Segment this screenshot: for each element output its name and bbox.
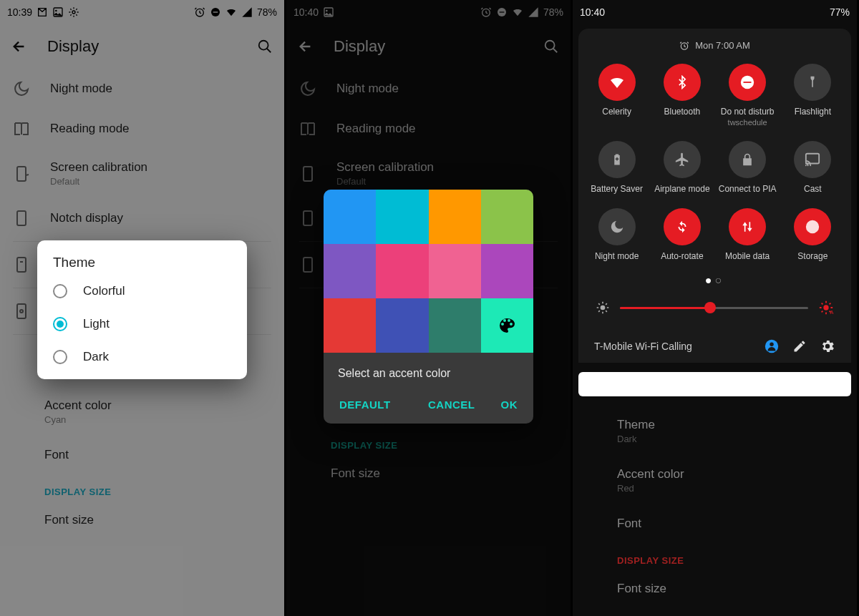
accent-color-dialog: Select an accent color DEFAULT CANCEL OK xyxy=(324,190,533,424)
screenshot-1-light-theme-dialog: 10:39 78% Display Night mode xyxy=(0,0,284,616)
battery-icon xyxy=(598,141,636,178)
tile-vpn[interactable]: Connect to PIA xyxy=(715,141,780,194)
tile-battery-saver[interactable]: Battery Saver xyxy=(584,141,649,194)
swatch-indigo[interactable] xyxy=(376,298,428,353)
brightness-track[interactable] xyxy=(620,307,808,309)
section-display-size: DISPLAY SIZE xyxy=(573,542,857,570)
airplane-icon xyxy=(664,141,701,178)
svg-text:A: A xyxy=(830,309,834,316)
flashlight-icon xyxy=(794,64,831,101)
theme-option-colorful[interactable]: Colorful xyxy=(37,275,247,308)
row-theme: ThemeDark xyxy=(573,406,857,456)
storage-icon xyxy=(794,208,831,245)
tile-night-mode[interactable]: Night mode xyxy=(584,208,649,261)
swatch-green[interactable] xyxy=(481,190,533,244)
swatch-blue[interactable] xyxy=(324,190,376,244)
tile-storage[interactable]: Storage xyxy=(780,208,845,261)
screenshot-2-accent-color-dialog: 10:40 78% Display Night mode Reading mod… xyxy=(286,0,571,616)
brightness-thumb[interactable] xyxy=(704,302,716,313)
edit-icon[interactable] xyxy=(792,339,807,353)
brightness-auto-icon[interactable]: A xyxy=(818,300,834,316)
swatch-violet[interactable] xyxy=(481,244,533,298)
radio-unchecked-icon xyxy=(53,284,67,298)
brightness-low-icon xyxy=(596,300,610,315)
svg-point-26 xyxy=(823,305,828,310)
theme-option-light[interactable]: Light xyxy=(37,308,247,341)
row-accent-color: Accent colorRed xyxy=(573,456,857,505)
tile-mobile-data[interactable]: Mobile data xyxy=(715,208,780,261)
tile-cast[interactable]: Cast xyxy=(780,141,845,194)
brightness-slider[interactable]: A xyxy=(583,295,847,330)
gear-icon[interactable] xyxy=(820,338,835,354)
theme-option-dark[interactable]: Dark xyxy=(37,341,247,373)
cancel-button[interactable]: CANCEL xyxy=(428,399,475,411)
wifi-icon xyxy=(598,64,636,101)
swatch-orange[interactable] xyxy=(429,190,481,244)
swatch-red[interactable] xyxy=(324,298,376,353)
notification-card[interactable] xyxy=(578,372,851,396)
radio-checked-icon xyxy=(53,317,67,331)
tile-bluetooth[interactable]: Bluetooth xyxy=(649,64,714,127)
dialog-prompt: Select an accent color xyxy=(324,353,533,386)
next-alarm[interactable]: Mon 7:00 AM xyxy=(583,37,847,61)
swatch-purple[interactable] xyxy=(324,244,376,298)
user-icon[interactable] xyxy=(764,338,780,354)
lock-icon xyxy=(729,141,766,178)
screenshot-3-quick-settings: 10:40 77% Mon 7:00 AM Celerity Bluetooth… xyxy=(573,0,857,616)
page-indicator[interactable]: ●○ xyxy=(583,268,847,295)
status-battery: 77% xyxy=(830,6,850,18)
default-button[interactable]: DEFAULT xyxy=(339,399,391,411)
svg-rect-23 xyxy=(744,82,752,83)
swatch-custom-color[interactable] xyxy=(481,298,533,353)
svg-point-25 xyxy=(601,305,606,311)
dnd-icon xyxy=(729,64,766,101)
swatch-rose[interactable] xyxy=(429,244,481,298)
status-time: 10:40 xyxy=(580,6,605,18)
tile-airplane[interactable]: Airplane mode xyxy=(649,141,714,194)
radio-unchecked-icon xyxy=(53,350,67,364)
quick-settings-grid: Celerity Bluetooth Do not disturb twsche… xyxy=(583,61,847,268)
quick-settings-panel: Mon 7:00 AM Celerity Bluetooth Do not di… xyxy=(578,29,851,363)
carrier-label: T-Mobile Wi-Fi Calling xyxy=(594,341,692,352)
settings-list-behind: ThemeDark Accent colorRed Font DISPLAY S… xyxy=(573,401,857,616)
bluetooth-icon xyxy=(664,64,701,101)
tile-flashlight[interactable]: Flashlight xyxy=(780,64,845,127)
swatch-teal[interactable] xyxy=(429,298,481,353)
row-font-size: Font size xyxy=(573,570,857,607)
data-icon xyxy=(729,208,766,245)
color-swatch-grid xyxy=(324,190,533,353)
svg-point-29 xyxy=(770,343,774,347)
ok-button[interactable]: OK xyxy=(501,399,518,411)
tile-dnd[interactable]: Do not disturb twschedule xyxy=(715,64,780,127)
dialog-title: Theme xyxy=(37,255,247,275)
theme-dialog: Theme Colorful Light Dark xyxy=(37,240,247,379)
row-font: Font xyxy=(573,505,857,542)
rotate-icon xyxy=(664,208,701,245)
cast-icon xyxy=(794,141,831,178)
status-bar: 10:40 77% xyxy=(573,0,857,24)
swatch-pink[interactable] xyxy=(376,244,428,298)
swatch-cyan[interactable] xyxy=(376,190,428,244)
quick-settings-footer: T-Mobile Wi-Fi Calling xyxy=(583,330,847,363)
moon-icon xyxy=(598,208,636,245)
tile-wifi[interactable]: Celerity xyxy=(584,64,649,127)
tile-auto-rotate[interactable]: Auto-rotate xyxy=(649,208,714,261)
